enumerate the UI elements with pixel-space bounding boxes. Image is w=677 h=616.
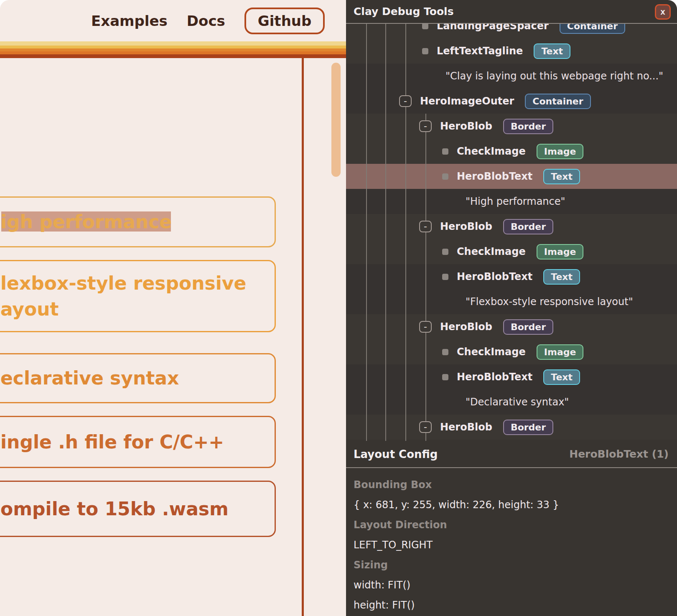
tree-element-name: CheckImage — [457, 145, 526, 157]
tree-element-name: CheckImage — [457, 346, 526, 358]
leaf-bullet-icon — [442, 274, 448, 280]
element-type-badge: Container — [525, 94, 590, 109]
element-type-badge: Image — [537, 344, 584, 360]
element-type-badge: Border — [503, 219, 553, 234]
tree-text-preview-row: "Clay is laying out this webpage right n… — [346, 64, 677, 89]
element-type-badge: Border — [503, 119, 553, 134]
top-nav: Examples Docs Github — [91, 0, 325, 42]
tree-indent-guide — [366, 24, 367, 441]
config-field-value: LEFT_TO_RIGHT — [354, 535, 677, 555]
tree-text-preview-row: "High performance" — [346, 189, 677, 214]
stripe-band — [0, 54, 346, 58]
tree-text-preview: "Clay is laying out this webpage right n… — [445, 70, 663, 82]
tree-row-CheckImage[interactable]: CheckImageImage — [346, 239, 677, 264]
tree-row-HeroBlob[interactable]: -HeroBlobBorder — [346, 114, 677, 139]
config-field-label: Layout Direction — [354, 515, 677, 535]
tree-row-HeroBlobText[interactable]: HeroBlobTextText — [346, 264, 677, 289]
feature-box: ompile to 15kb .wasm — [0, 481, 276, 537]
tree-element-name: HeroBlob — [440, 120, 492, 132]
tree-indent-guide — [385, 24, 386, 441]
tree-element-name: CheckImage — [457, 246, 526, 257]
collapse-toggle-icon[interactable]: - — [419, 421, 432, 433]
tree-row-HeroImageOuter[interactable]: -HeroImageOuterContainer — [346, 89, 677, 114]
tree-element-name: HeroImageOuter — [420, 95, 514, 107]
tree-text-preview-row: "Declarative syntax" — [346, 389, 677, 415]
leaf-bullet-icon — [442, 173, 448, 180]
feature-box: lexbox-style responsiveayout — [0, 260, 276, 332]
leaf-bullet-icon — [442, 249, 448, 255]
tree-indent-guide — [425, 114, 426, 441]
stripe-band — [0, 41, 346, 46]
tree-text-preview: "Declarative syntax" — [466, 396, 569, 408]
element-type-badge: Text — [543, 169, 580, 184]
nav-item-examples[interactable]: Examples — [91, 13, 168, 29]
debug-panel-title: Clay Debug Tools — [354, 5, 454, 18]
element-type-badge: Border — [503, 420, 553, 435]
vertical-divider — [302, 58, 304, 616]
feature-box: eclarative syntax — [0, 353, 276, 403]
element-tree: LandingPageSpacerContainerLeftTextTaglin… — [346, 24, 677, 441]
config-field-value: { x: 681, y: 255, width: 226, height: 33… — [354, 495, 677, 515]
stripe-band — [0, 51, 346, 54]
collapse-toggle-icon[interactable]: - — [399, 95, 412, 107]
feature-box: ingle .h file for C/C++ — [0, 416, 276, 468]
leaf-bullet-icon — [442, 349, 448, 355]
nav-item-docs[interactable]: Docs — [187, 13, 225, 29]
tree-row-LeftTextTagline[interactable]: LeftTextTaglineText — [346, 38, 677, 64]
tree-row-HeroBlobText[interactable]: HeroBlobTextText — [346, 364, 677, 389]
tree-element-name: LeftTextTagline — [437, 45, 523, 57]
config-field-value: width: FIT() — [354, 575, 677, 595]
gradient-stripe — [0, 41, 346, 58]
feature-box-text: ingle .h file for C/C++ — [0, 429, 275, 455]
tree-row-CheckImage[interactable]: CheckImageImage — [346, 139, 677, 164]
screenshot-root: Examples Docs Github igh performancelexb… — [0, 0, 677, 616]
feature-box-text: ayout — [0, 296, 275, 322]
leaf-bullet-icon — [442, 374, 448, 380]
layout-config-header: Layout Config HeroBlobText (1) — [346, 441, 677, 468]
tree-row-LandingPageSpacer[interactable]: LandingPageSpacerContainer — [346, 24, 677, 38]
tree-text-preview: "Flexbox-style responsive layout" — [466, 296, 633, 308]
stripe-band — [0, 46, 346, 48]
element-type-badge: Border — [503, 319, 553, 335]
leaf-bullet-icon — [442, 148, 448, 155]
tree-element-name: LandingPageSpacer — [437, 24, 549, 32]
tree-row-HeroBlob[interactable]: -HeroBlobBorder — [346, 415, 677, 440]
element-type-badge: Image — [537, 144, 584, 159]
feature-box-text: igh performance — [0, 209, 275, 235]
tree-element-name: HeroBlobText — [457, 371, 532, 383]
collapse-toggle-icon[interactable]: - — [419, 120, 432, 132]
feature-box: igh performance — [0, 196, 276, 247]
close-button[interactable]: x — [655, 4, 671, 20]
layout-config-title: Layout Config — [354, 448, 438, 461]
tree-element-name: HeroBlobText — [457, 171, 532, 182]
element-type-badge: Container — [560, 24, 625, 34]
tree-text-preview-row: "Flexbox-style responsive layout" — [346, 289, 677, 314]
selected-element-ref: HeroBlobText (1) — [569, 448, 669, 460]
github-button[interactable]: Github — [244, 8, 325, 34]
debug-panel-header: Clay Debug Tools x — [346, 0, 677, 24]
clay-debug-panel: Clay Debug Tools x LandingPageSpacerCont… — [346, 0, 677, 616]
scrollbar-thumb[interactable] — [331, 63, 341, 177]
config-field-label: Sizing — [354, 555, 677, 575]
tree-row-HeroBlobText[interactable]: HeroBlobTextText — [346, 164, 677, 189]
config-field-value: height: FIT() — [354, 595, 677, 615]
tree-row-HeroBlob[interactable]: -HeroBlobBorder — [346, 314, 677, 339]
tree-indent-guide — [405, 24, 406, 441]
leaf-bullet-icon — [422, 48, 428, 54]
stripe-band — [0, 48, 346, 51]
collapse-toggle-icon[interactable]: - — [419, 221, 432, 232]
collapse-toggle-icon[interactable]: - — [419, 321, 432, 333]
clay-webpage: Examples Docs Github igh performancelexb… — [0, 0, 346, 616]
tree-element-name: HeroBlob — [440, 221, 492, 232]
tree-element-name: HeroBlob — [440, 421, 492, 433]
element-type-badge: Image — [537, 244, 584, 260]
tree-row-CheckImage[interactable]: CheckImageImage — [346, 339, 677, 364]
tree-element-name: HeroBlob — [440, 321, 492, 333]
feature-box-text: lexbox-style responsive — [0, 270, 275, 296]
tree-element-name: HeroBlobText — [457, 271, 532, 283]
feature-box-text: eclarative syntax — [0, 365, 275, 391]
tree-row-HeroBlob[interactable]: -HeroBlobBorder — [346, 214, 677, 239]
feature-box-text: ompile to 15kb .wasm — [0, 496, 275, 522]
layout-config-body: Bounding Box{ x: 681, y: 255, width: 226… — [346, 469, 677, 616]
element-type-badge: Text — [534, 43, 570, 59]
